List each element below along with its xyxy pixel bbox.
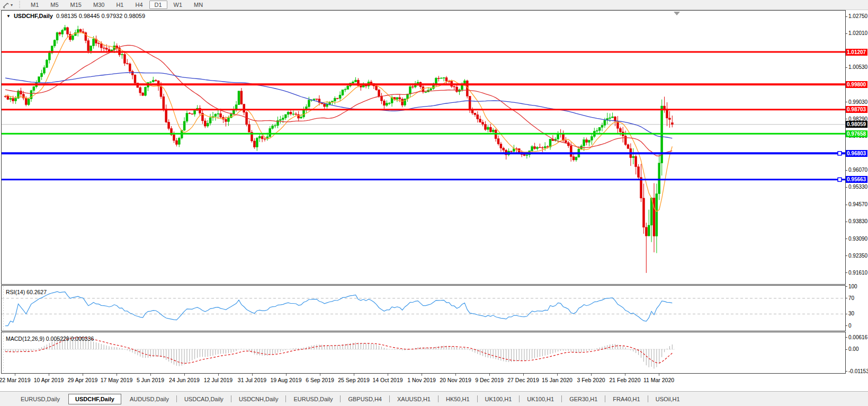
top-toolbar: ▾ M1M5M15M30H1H4D1W1MN [0,0,868,10]
price-tick-label-tick [845,170,847,171]
chart-tab-usdcad-daily[interactable]: USDCAD,Daily [177,394,230,404]
tab-separator [438,395,439,402]
price-tick-label: 0.94570 [848,201,868,208]
date-tick [354,374,354,376]
date-tick [15,374,15,376]
chart-tab-usdcnh-daily[interactable]: USDCNH,Daily [232,394,285,404]
date-label: 29 Apr 2019 [68,377,98,383]
date-label: 19 Aug 2019 [271,377,302,383]
date-tick [286,374,287,376]
timeframe-button-m30[interactable]: M30 [88,1,110,9]
date-tick [388,374,388,376]
date-label: 9 Dec 2019 [475,377,504,383]
tab-separator [340,395,341,402]
price-tick-label: 0.99030 [848,99,868,105]
price-tick-label-tick [845,255,847,256]
toolbar-grip[interactable] [18,1,21,8]
price-tick-label-tick [845,205,847,205]
tab-separator [561,395,562,402]
pencil-icon[interactable] [2,2,10,8]
panel-splitter[interactable] [2,286,5,330]
date-label: 5 Jun 2019 [137,377,164,383]
timeframe-button-m5[interactable]: M5 [45,1,64,9]
date-tick [422,374,422,376]
tab-separator [605,395,605,402]
date-label: 27 Dec 2019 [507,377,539,383]
price-tick-label: 0.95330 [848,184,868,190]
chart-menu-icon[interactable]: ▼ [6,14,11,19]
macd-panel[interactable] [1,332,846,374]
chart-tab-fra40-h1[interactable]: FRA40,H1 [606,394,647,404]
rsi-tick-label: 100 [848,284,868,290]
date-label: 12 Jul 2019 [204,377,232,383]
chart-tab-uk100-h1[interactable]: UK100,H1 [520,394,561,404]
chart-tab-usdchf-daily[interactable]: USDCHF,Daily [68,394,121,404]
rsi-tick-label-tick [845,314,847,314]
tab-separator [176,395,177,402]
chart-tab-uk100-h1[interactable]: UK100,H1 [478,394,519,404]
timeframe-button-h1[interactable]: H1 [111,1,129,9]
timeframe-buttons: M1M5M15M30H1H4D1W1MN [25,1,209,9]
hline-price-badge: 0.98703 [846,106,867,113]
date-tick [49,374,49,376]
rsi-panel[interactable] [1,285,846,331]
date-label: 31 Jul 2019 [238,377,266,383]
date-label: 15 Jan 2020 [542,377,572,383]
price-tick-label: 0.92350 [848,253,868,259]
chart-tab-ger30-h1[interactable]: GER30,H1 [562,394,604,404]
timeframe-button-h4[interactable]: H4 [130,1,148,9]
chart-tab-hk50-h1[interactable]: HK50,H1 [439,394,477,404]
date-label: 1 Nov 2019 [407,377,436,383]
timeframe-button-mn[interactable]: MN [189,1,208,9]
chart-tab-gbpusd-h4[interactable]: GBPUSD,H4 [341,394,389,404]
rsi-tick-label: 70 [848,295,868,302]
hline-price-badge: 0.96803 [846,150,867,157]
timeframe-button-m15[interactable]: M15 [65,1,87,9]
chart-tab-eurusd-daily[interactable]: EURUSD,Daily [287,394,339,404]
chart-tab-audusd-daily[interactable]: AUDUSD,Daily [123,394,176,404]
rsi-tick-label-tick [845,298,847,298]
price-tick-label-tick [845,102,847,102]
tab-separator [648,395,648,402]
panel-splitter[interactable] [2,333,5,373]
timeframe-button-m1[interactable]: M1 [25,1,44,9]
price-tick-label: 1.02010 [848,30,868,37]
current-price-badge: 0.98059 [846,121,867,128]
date-tick [591,374,592,376]
price-tick-label: 0.93090 [848,236,868,242]
date-tick [150,374,151,376]
rsi-tick-label-tick [845,325,847,326]
macd-tick-label-tick [845,349,847,350]
tab-separator [231,395,231,402]
timeframe-button-d1[interactable]: D1 [149,1,167,9]
chart-tab-eurusd-daily[interactable]: EURUSD,Daily [14,394,67,404]
mt4-terminal: { "toolbar": { "drawing_tool_icon": "pen… [0,0,868,406]
macd-tick-label: 0.006167 [848,334,868,341]
date-tick [455,374,456,376]
macd-tick-label: 0.00 [848,346,868,352]
date-label: 14 Oct 2019 [372,377,402,383]
date-tick [659,374,659,376]
date-label: 21 Feb 2020 [610,377,641,383]
price-tick-label-tick [845,239,847,239]
main-chart-panel[interactable] [1,10,846,285]
chart-tab-xauusd-h1[interactable]: XAUUSD,H1 [390,394,437,404]
date-label: 17 May 2019 [101,377,133,383]
price-tick-label: 0.93830 [848,218,868,225]
chevron-down-icon[interactable]: ▾ [11,3,13,7]
price-tick-label: 0.96070 [848,167,868,173]
timeframe-button-w1[interactable]: W1 [168,1,188,9]
hline-price-badge: 0.97658 [846,130,867,137]
price-tick-label-tick [845,33,847,34]
rsi-tick-label: 0 [848,323,868,329]
hline-price-badge: 0.95663 [846,176,867,183]
date-tick [523,374,524,376]
date-tick [557,374,558,376]
date-tick [252,374,253,376]
price-tick-label-tick [845,16,847,17]
date-label: 25 Sep 2019 [338,377,370,383]
chart-tab-usoil-h1[interactable]: USOil,H1 [649,394,687,404]
price-tick-label-tick [845,222,847,222]
tab-separator [519,395,520,402]
price-tick-label: 1.02750 [848,13,868,20]
